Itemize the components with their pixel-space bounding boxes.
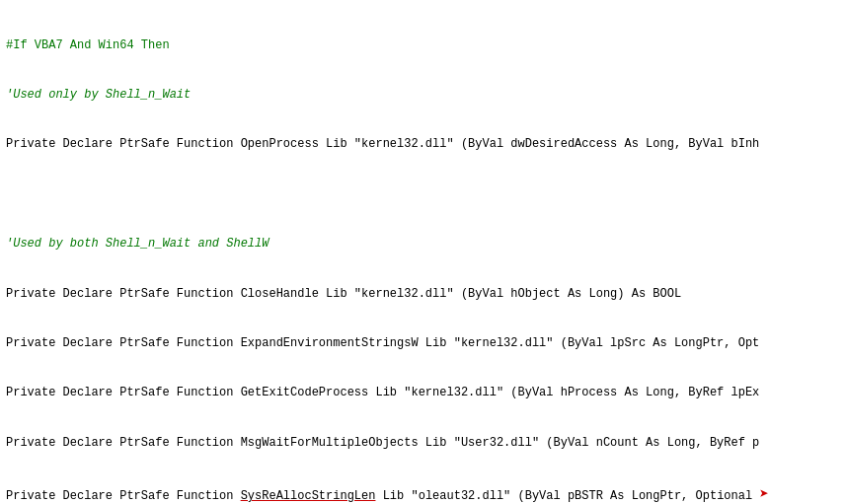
section2-line5: Private Declare PtrSafe Function SysReAl…	[6, 484, 839, 504]
section2-line2: Private Declare PtrSafe Function ExpandE…	[6, 335, 839, 352]
section2-used-comment: 'Used by both Shell_n_Wait and ShellW	[6, 236, 839, 252]
section2-line1: Private Declare PtrSafe Function CloseHa…	[6, 286, 839, 303]
underlined-function-1: SysReAllocStringLen	[241, 489, 376, 503]
section1-line1: Private Declare PtrSafe Function OpenPro…	[6, 136, 839, 153]
red-arrow-icon: ➤	[759, 486, 769, 504]
code-editor: #If VBA7 And Win64 Then 'Used only by Sh…	[6, 4, 839, 504]
section1-used-comment: 'Used only by Shell_n_Wait	[6, 87, 839, 104]
used-comment-1: 'Used only by Shell_n_Wait	[6, 88, 191, 102]
section1-ifdef: #If VBA7 And Win64 Then	[6, 37, 839, 54]
used-comment-2: 'Used by both Shell_n_Wait and ShellW	[6, 237, 269, 251]
section2-line3: Private Declare PtrSafe Function GetExit…	[6, 385, 839, 401]
section2-line4: Private Declare PtrSafe Function MsgWait…	[6, 435, 839, 452]
ifdef-comment: #If VBA7 And Win64 Then	[6, 38, 170, 52]
